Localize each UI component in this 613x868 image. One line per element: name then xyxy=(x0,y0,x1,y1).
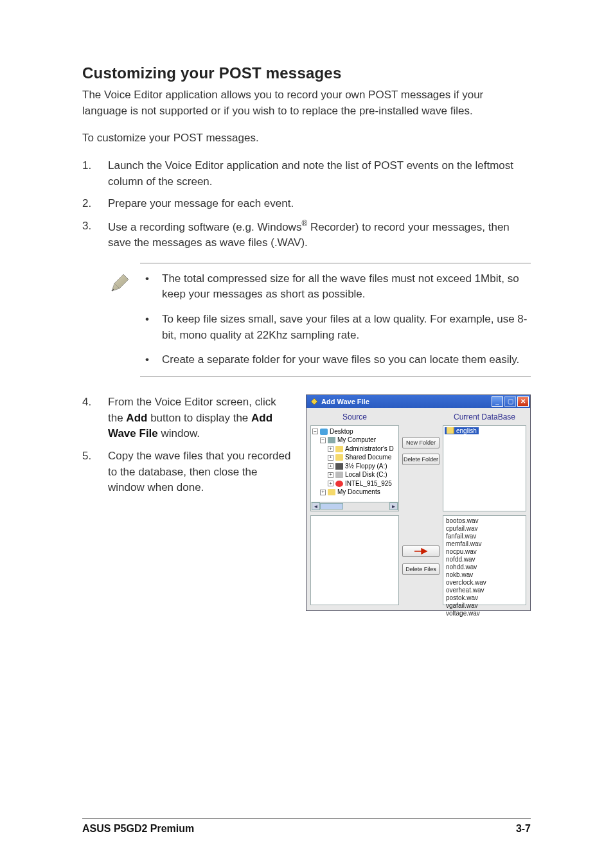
tree-item[interactable]: My Computer xyxy=(337,436,376,445)
expand-icon[interactable]: + xyxy=(328,472,333,478)
app-icon xyxy=(310,398,318,405)
step-text: From the Voice Editor screen, click the … xyxy=(108,394,293,442)
step-3: 3. Use a recording software (e.g. Window… xyxy=(82,218,531,251)
step-number: 4. xyxy=(82,394,108,442)
add-wave-file-dialog: Add Wave File _ ▢ ✕ Source −Desktop −M xyxy=(306,394,531,611)
expand-icon[interactable]: + xyxy=(328,446,333,452)
database-files-list[interactable]: bootos.wav cpufail.wav fanfail.wav memfa… xyxy=(443,515,526,605)
list-item[interactable]: nocpu.wav xyxy=(446,548,523,556)
step-2: 2. Prepare your message for each event. xyxy=(82,196,531,212)
bold-text: Add xyxy=(126,412,147,424)
page-footer: ASUS P5GD2 Premium 3-7 xyxy=(82,819,531,835)
delete-files-button[interactable]: Delete Files xyxy=(402,563,440,575)
dialog-title: Add Wave File xyxy=(321,398,492,405)
expand-icon[interactable]: + xyxy=(328,481,333,486)
expand-icon[interactable]: + xyxy=(320,490,326,495)
expand-icon[interactable]: + xyxy=(328,455,333,461)
note-item: • The total compressed size for all the … xyxy=(140,271,531,303)
selected-db-folder[interactable]: english xyxy=(445,427,479,434)
source-files-list[interactable] xyxy=(310,515,399,605)
scroll-thumb[interactable] xyxy=(320,503,343,509)
list-item[interactable]: nokb.wav xyxy=(446,571,523,579)
scroll-right-button[interactable]: ► xyxy=(389,502,398,510)
drive-icon xyxy=(335,472,343,478)
tree-item[interactable]: Local Disk (C:) xyxy=(345,470,387,479)
cd-icon xyxy=(335,481,343,487)
floppy-icon xyxy=(335,463,343,470)
list-item[interactable]: bootos.wav xyxy=(446,517,523,525)
step-text: Copy the wave files that you recorded to… xyxy=(108,448,293,496)
footer-right: 3-7 xyxy=(516,823,531,835)
close-button[interactable]: ✕ xyxy=(517,396,529,407)
tree-item[interactable]: Administrator's D xyxy=(345,445,394,454)
spacer xyxy=(420,411,422,425)
arrow-right-icon xyxy=(414,548,428,554)
list-item[interactable]: overheat.wav xyxy=(446,587,523,594)
t: window. xyxy=(158,427,200,439)
collapse-icon[interactable]: − xyxy=(312,429,318,434)
tree-item[interactable]: Desktop xyxy=(330,427,353,436)
dialog-titlebar[interactable]: Add Wave File _ ▢ ✕ xyxy=(306,395,530,408)
list-item[interactable]: overclock.wav xyxy=(446,579,523,587)
computer-icon xyxy=(328,437,335,443)
step-text: Prepare your message for each event. xyxy=(108,196,531,212)
bullet-icon: • xyxy=(140,271,162,303)
desktop-icon xyxy=(320,429,328,435)
list-item[interactable]: cpufail.wav xyxy=(446,525,523,533)
step-text: Launch the Voice Editor application and … xyxy=(108,158,531,190)
folder-icon xyxy=(335,454,343,461)
list-item[interactable]: fanfail.wav xyxy=(446,533,523,540)
tree-item[interactable]: Shared Docume xyxy=(345,453,391,462)
scroll-left-button[interactable]: ◄ xyxy=(312,502,320,510)
step-text: Use a recording software (e.g. Windows® … xyxy=(108,218,531,251)
horizontal-scrollbar[interactable]: ◄ ► xyxy=(310,502,399,511)
folder-icon xyxy=(328,489,335,495)
folder-icon xyxy=(335,446,343,452)
delete-folder-button[interactable]: Delete Folder xyxy=(402,454,440,465)
expand-icon[interactable]: + xyxy=(328,463,333,469)
collapse-icon[interactable]: − xyxy=(320,438,326,443)
note-text: The total compressed size for all the wa… xyxy=(162,271,531,303)
list-item[interactable]: voltage.wav xyxy=(446,610,523,617)
list-item[interactable]: memfail.wav xyxy=(446,540,523,548)
bullet-icon: • xyxy=(140,312,162,343)
bullet-icon: • xyxy=(140,352,162,368)
tree-item[interactable]: INTEL_915_925 xyxy=(345,479,392,488)
lead-paragraph: To customize your POST messages. xyxy=(82,130,531,146)
t: button to display the xyxy=(147,412,251,424)
list-item[interactable]: nofdd.wav xyxy=(446,556,523,563)
tree-item[interactable]: My Documents xyxy=(337,488,380,497)
step-number: 3. xyxy=(82,218,108,251)
step-number: 5. xyxy=(82,448,108,496)
minimize-button[interactable]: _ xyxy=(492,396,503,407)
tree-item[interactable]: 3½ Floppy (A:) xyxy=(345,462,387,471)
step-text-pre: Use a recording software (e.g. Windows xyxy=(108,221,301,233)
step-number: 2. xyxy=(82,196,108,212)
database-folder-tree[interactable]: english xyxy=(443,425,526,511)
steps-list-a: 1. Launch the Voice Editor application a… xyxy=(82,158,531,251)
folder-open-icon xyxy=(447,427,454,434)
step-4: 4. From the Voice Editor screen, click t… xyxy=(82,394,293,442)
steps-list-b: 4. From the Voice Editor screen, click t… xyxy=(82,394,293,496)
svg-marker-0 xyxy=(311,398,317,405)
selected-db-folder-label: english xyxy=(456,427,477,434)
footer-left: ASUS P5GD2 Premium xyxy=(82,823,194,835)
source-header: Source xyxy=(310,411,399,425)
note-text: To keep file sizes small, save your file… xyxy=(162,312,531,343)
list-item[interactable]: nohdd.wav xyxy=(446,563,523,571)
step-1: 1. Launch the Voice Editor application a… xyxy=(82,158,531,190)
source-tree[interactable]: −Desktop −My Computer +Administrator's D… xyxy=(310,425,399,502)
move-right-button[interactable] xyxy=(402,545,440,557)
pencil-note-icon xyxy=(108,263,140,376)
intro-paragraph: The Voice Editor application allows you … xyxy=(82,87,531,119)
note-item: • To keep file sizes small, save your fi… xyxy=(140,312,531,343)
list-item[interactable]: postok.wav xyxy=(446,594,523,602)
note-item: • Create a separate folder for your wave… xyxy=(140,352,531,368)
registered-mark: ® xyxy=(301,219,307,228)
list-item[interactable]: vgafail.wav xyxy=(446,602,523,610)
maximize-button[interactable]: ▢ xyxy=(504,396,516,407)
database-header: Current DataBase xyxy=(443,411,526,425)
new-folder-button[interactable]: New Folder xyxy=(402,437,440,448)
step-number: 1. xyxy=(82,158,108,190)
note-block: • The total compressed size for all the … xyxy=(108,263,531,376)
